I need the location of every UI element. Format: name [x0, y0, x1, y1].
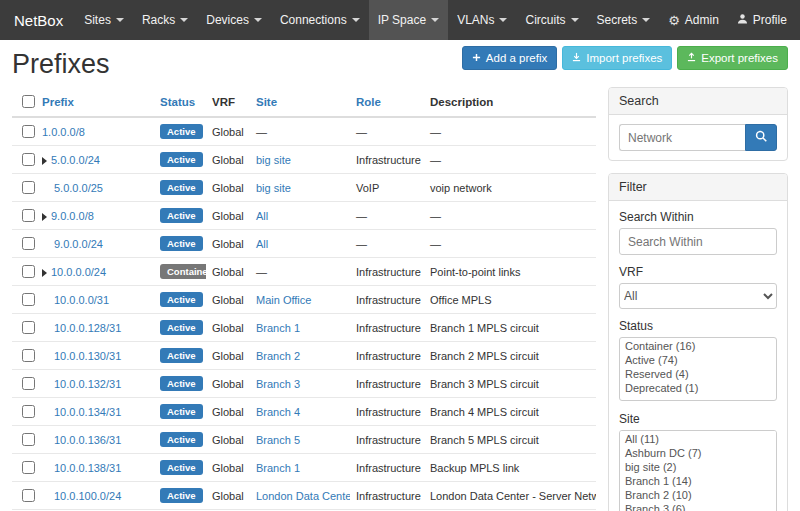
- nav-item-circuits[interactable]: Circuits: [516, 0, 587, 40]
- chevron-down-icon: [116, 18, 124, 22]
- option[interactable]: Reserved (4): [621, 367, 775, 381]
- nav-item-racks[interactable]: Racks: [133, 0, 197, 40]
- site-link[interactable]: Branch 1: [256, 322, 300, 334]
- prefix-link[interactable]: 10.0.100.0/24: [54, 490, 121, 502]
- site-link[interactable]: Main Office: [256, 294, 311, 306]
- row-checkbox[interactable]: [22, 405, 35, 418]
- prefix-link[interactable]: 10.0.0.134/31: [54, 406, 121, 418]
- vrf-select[interactable]: All: [619, 283, 777, 309]
- option[interactable]: Branch 2 (10): [621, 488, 775, 502]
- nav-item-secrets[interactable]: Secrets: [588, 0, 660, 40]
- row-checkbox[interactable]: [22, 377, 35, 390]
- app-brand[interactable]: NetBox: [10, 0, 75, 40]
- row-checkbox[interactable]: [22, 237, 35, 250]
- admin-link[interactable]: ⚙ Admin: [659, 0, 728, 40]
- site-link: —: [256, 126, 267, 138]
- row-checkbox[interactable]: [22, 125, 35, 138]
- prefix-link[interactable]: 10.0.0.138/31: [54, 462, 121, 474]
- nav-item-ip-space[interactable]: IP Space: [369, 0, 448, 40]
- site-link[interactable]: Branch 5: [256, 434, 300, 446]
- option[interactable]: Deprecated (1): [621, 381, 775, 395]
- prefix-link[interactable]: 9.0.0.0/8: [51, 210, 94, 222]
- prefix-link[interactable]: 1.0.0.0/8: [42, 126, 85, 138]
- add-prefix-button[interactable]: Add a prefix: [462, 46, 557, 70]
- site-link[interactable]: London Data Center: [256, 490, 350, 502]
- logout-link[interactable]: Log out: [796, 0, 800, 40]
- site-link[interactable]: big site: [256, 154, 291, 166]
- site-link[interactable]: Branch 1: [256, 462, 300, 474]
- expand-caret-icon[interactable]: [42, 157, 47, 165]
- row-checkbox[interactable]: [22, 181, 35, 194]
- row-checkbox[interactable]: [22, 461, 35, 474]
- prefix-cell: 10.0.0.132/31: [36, 370, 154, 398]
- row-checkbox[interactable]: [22, 293, 35, 306]
- prefix-link[interactable]: 5.0.0.0/25: [54, 182, 103, 194]
- prefix-link[interactable]: 9.0.0.0/24: [54, 238, 103, 250]
- sidebar: Search Filter Searc: [608, 87, 788, 511]
- row-checkbox[interactable]: [22, 265, 35, 278]
- prefix-link[interactable]: 10.0.0.130/31: [54, 350, 121, 362]
- status-cell: Active: [154, 174, 206, 202]
- option[interactable]: Branch 3 (6): [621, 502, 775, 511]
- search-input[interactable]: [619, 124, 745, 151]
- site-link[interactable]: All: [256, 210, 268, 222]
- site-link[interactable]: big site: [256, 182, 291, 194]
- row-checkbox-cell: [12, 370, 36, 398]
- site-cell: Branch 4: [250, 398, 350, 426]
- row-checkbox[interactable]: [22, 321, 35, 334]
- prefix-link[interactable]: 5.0.0.0/24: [51, 154, 100, 166]
- prefix-link[interactable]: 10.0.0.136/31: [54, 434, 121, 446]
- role-value: Infrastructure: [350, 314, 424, 342]
- nav-item-vlans[interactable]: VLANs: [448, 0, 516, 40]
- option[interactable]: big site (2): [621, 460, 775, 474]
- col-header-role[interactable]: Role: [350, 87, 424, 117]
- role-value: Infrastructure: [350, 258, 424, 286]
- role-value: —: [350, 117, 424, 146]
- table-row: 10.0.0.136/31 Active Global Branch 5 Inf…: [12, 426, 596, 454]
- row-checkbox-cell: [12, 202, 36, 230]
- row-checkbox[interactable]: [22, 489, 35, 502]
- site-cell: Branch 2: [250, 342, 350, 370]
- action-buttons: Add a prefix Import prefixes Export pref…: [462, 46, 788, 70]
- prefix-link[interactable]: 10.0.0.0/24: [51, 266, 106, 278]
- row-checkbox[interactable]: [22, 433, 35, 446]
- site-listbox[interactable]: All (11)Ashburn DC (7)big site (2)Branch…: [619, 430, 777, 511]
- row-checkbox[interactable]: [22, 349, 35, 362]
- chevron-down-icon: [352, 18, 360, 22]
- prefix-cell: 10.0.0.136/31: [36, 426, 154, 454]
- import-prefixes-button[interactable]: Import prefixes: [562, 46, 672, 70]
- option[interactable]: Branch 1 (14): [621, 474, 775, 488]
- nav-item-devices[interactable]: Devices: [197, 0, 271, 40]
- site-link[interactable]: Branch 2: [256, 350, 300, 362]
- search-within-input[interactable]: [619, 228, 777, 255]
- col-header-prefix[interactable]: Prefix: [36, 87, 154, 117]
- option[interactable]: All (11): [621, 432, 775, 446]
- nav-item-label: Sites: [84, 13, 111, 27]
- search-button[interactable]: [745, 124, 777, 151]
- nav-item-sites[interactable]: Sites: [75, 0, 133, 40]
- expand-caret-icon[interactable]: [42, 213, 47, 221]
- site-link[interactable]: All: [256, 238, 268, 250]
- prefix-cell: 10.0.0.134/31: [36, 398, 154, 426]
- option[interactable]: Ashburn DC (7): [621, 446, 775, 460]
- profile-link[interactable]: Profile: [728, 0, 796, 40]
- site-link[interactable]: Branch 3: [256, 378, 300, 390]
- select-all-checkbox[interactable]: [22, 95, 35, 108]
- row-checkbox[interactable]: [22, 209, 35, 222]
- site-link[interactable]: Branch 4: [256, 406, 300, 418]
- prefix-link[interactable]: 10.0.0.0/31: [54, 294, 109, 306]
- table-row: 10.0.0.138/31 Active Global Branch 1 Inf…: [12, 454, 596, 482]
- option[interactable]: Container (16): [621, 339, 775, 353]
- description-value: —: [424, 202, 596, 230]
- status-listbox[interactable]: Container (16)Active (74)Reserved (4)Dep…: [619, 337, 777, 401]
- col-header-site[interactable]: Site: [250, 87, 350, 117]
- chevron-down-icon: [180, 18, 188, 22]
- expand-caret-icon[interactable]: [42, 269, 47, 277]
- row-checkbox[interactable]: [22, 153, 35, 166]
- prefix-link[interactable]: 10.0.0.132/31: [54, 378, 121, 390]
- col-header-status[interactable]: Status: [154, 87, 206, 117]
- export-prefixes-button[interactable]: Export prefixes: [677, 46, 788, 70]
- nav-item-connections[interactable]: Connections: [271, 0, 369, 40]
- option[interactable]: Active (74): [621, 353, 775, 367]
- prefix-link[interactable]: 10.0.0.128/31: [54, 322, 121, 334]
